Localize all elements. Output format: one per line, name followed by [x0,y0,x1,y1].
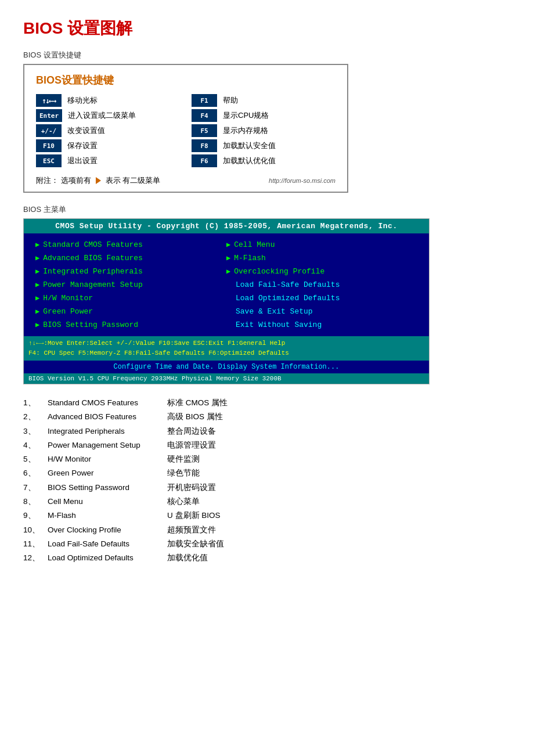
shortcut-f10-desc: 保存设置 [67,141,98,151]
list-item-cn: 绿色节能 [167,466,200,480]
footnote-text2: 表示 有二级菜单 [106,175,161,186]
list-item: 1、Standard CMOS Features标准 CMOS 属性 [23,396,511,410]
shortcut-row-f8: F8 加载默认安全值 [192,139,335,152]
list-item: 12、Load Optimized Defaults加载优化值 [23,551,511,565]
bios-item-text: BIOS Setting Password [43,321,138,329]
bios-footer1-line2: F4: CPU Spec F5:Memory-Z F8:Fail-Safe De… [28,348,424,358]
footnote-text: 附注： 选项前有 [36,175,91,186]
shortcut-row-f4: F4 显示CPU规格 [192,109,335,122]
list-item-en: M-Flash [48,509,164,523]
list-item-num: 4、 [23,438,44,452]
shortcut-f5-desc: 显示内存规格 [223,125,268,136]
key-plusminus: +/-/ [36,124,62,137]
list-item-en: H/W Monitor [48,452,164,466]
bios-left-col: ▶Standard CMOS Features▶Advanced BIOS Fe… [35,240,226,329]
list-item-num: 10、 [23,523,44,537]
list-section: 1、Standard CMOS Features标准 CMOS 属性2、Adva… [23,396,511,566]
bios-right-item: ▶Cell Menu [226,240,417,249]
bios-arrow-icon: ▶ [226,267,230,276]
list-item-num: 8、 [23,495,44,509]
list-item: 4、Power Management Setup电源管理设置 [23,438,511,452]
bios-left-item: ▶Integrated Peripherals [35,267,226,276]
bios-arrow-icon: ▶ [35,240,39,249]
bios-arrow-icon: ▶ [35,294,39,303]
list-item-cn: 超频预置文件 [167,523,216,537]
shortcut-f4-desc: 显示CPU规格 [223,110,269,121]
bios-item-text: Advanced BIOS Features [43,254,143,262]
list-item-num: 2、 [23,410,44,424]
list-item-en: Advanced BIOS Features [48,410,164,424]
list-item-en: Power Management Setup [48,438,164,452]
list-item-num: 3、 [23,424,44,438]
shortcut-row-plusminus: +/-/ 改变设置值 [36,124,180,137]
list-item-en: Standard CMOS Features [48,396,164,410]
footnote-url: http://forum-so.msi.com [269,177,335,184]
bios-footer1-line1: ↑↓←→:Move Enter:Select +/-/:Value F10:Sa… [28,339,424,348]
list-item-cn: 整合周边设备 [167,424,216,438]
bios-section-label: BIOS 主菜单 [23,204,511,215]
bios-item-text: Green Power [43,307,93,316]
list-item-cn: 硬件监测 [167,452,200,466]
bios-arrow-icon: ▶ [35,267,39,276]
key-f6: F6 [192,154,217,167]
bios-item-text: M-Flash [234,254,266,262]
shortcut-row-enter: Enter 进入设置或二级菜单 [36,109,180,122]
bios-left-item: ▶BIOS Setting Password [35,321,226,329]
list-item-num: 12、 [23,551,44,565]
list-item-num: 11、 [23,537,44,551]
page-title: BIOS 设置图解 [23,17,511,39]
bios-right-item: ▶M-Flash [226,254,417,262]
key-enter: Enter [36,109,62,122]
key-f5: F5 [192,124,217,137]
bios-arrow-icon: ▶ [35,321,39,329]
list-item: 9、M-FlashU 盘刷新 BIOS [23,509,511,523]
key-f10: F10 [36,139,62,152]
bios-arrow-icon: ▶ [226,254,230,262]
bios-left-item: ▶H/W Monitor [35,294,226,303]
bios-arrow-icon: ▶ [226,240,230,249]
list-item-cn: 高级 BIOS 属性 [167,410,223,424]
bios-footer1: ↑↓←→:Move Enter:Select +/-/:Value F10:Sa… [24,336,429,360]
list-item-en: Load Fail-Safe Defaults [48,537,164,551]
shortcut-esc-desc: 退出设置 [67,156,98,166]
shortcut-arrows-desc: 移动光标 [67,95,98,106]
bios-footer2: Configure Time and Date. Display System … [24,360,429,373]
list-item-num: 1、 [23,396,44,410]
key-esc: ESC [36,154,62,167]
list-item-cn: 加载安全缺省值 [167,537,224,551]
bios-item-text: Load Optimized Defaults [236,294,340,303]
shortcut-row-f6: F6 加载默认优化值 [192,154,335,167]
list-item: 3、Integrated Peripherals整合周边设备 [23,424,511,438]
shortcut-left-col: ↑↓←→ 移动光标 Enter 进入设置或二级菜单 +/-/ 改变设置值 F10… [36,94,180,170]
shortcut-section-label: BIOS 设置快捷键 [23,50,511,60]
shortcut-grid: ↑↓←→ 移动光标 Enter 进入设置或二级菜单 +/-/ 改变设置值 F10… [36,94,335,170]
bios-item-text: Power Management Setup [43,280,143,289]
key-f4: F4 [192,109,217,122]
shortcut-f1-desc: 帮助 [223,95,238,106]
bios-right-item: Load Fail-Safe Defaults [226,280,417,289]
bios-arrow-icon: ▶ [35,307,39,316]
list-item: 7、BIOS Setting Password开机密码设置 [23,481,511,495]
bios-menu-header: CMOS Setup Utility - Copyright (C) 1985-… [24,219,429,233]
bios-version-bar: BIOS Version V1.5 CPU Frequency 2933MHz … [24,373,429,384]
bios-right-item: Save & Exit Setup [226,307,417,316]
bios-item-text: Exit Without Saving [236,321,322,329]
list-item: 2、Advanced BIOS Features高级 BIOS 属性 [23,410,511,424]
list-item-en: Load Optimized Defaults [48,551,164,565]
list-item-en: Integrated Peripherals [48,424,164,438]
list-item-num: 7、 [23,481,44,495]
bios-right-item: ▶Overclocking Profile [226,267,417,276]
list-item-num: 5、 [23,452,44,466]
bios-menu-content: ▶Standard CMOS Features▶Advanced BIOS Fe… [24,233,429,336]
shortcut-f6-desc: 加载默认优化值 [223,156,276,166]
list-item: 11、Load Fail-Safe Defaults加载安全缺省值 [23,537,511,551]
shortcut-row-arrows: ↑↓←→ 移动光标 [36,94,180,107]
shortcut-box-title: BIOS设置快捷键 [36,73,335,87]
list-item-cn: U 盘刷新 BIOS [167,509,221,523]
key-f8: F8 [192,139,217,152]
bios-right-item: Exit Without Saving [226,321,417,329]
bios-right-item: Load Optimized Defaults [226,294,417,303]
list-item-en: Over Clocking Profile [48,523,164,537]
footnote-row: 附注： 选项前有 表示 有二级菜单 http://forum-so.msi.co… [36,175,335,186]
bios-item-text: H/W Monitor [43,294,93,303]
